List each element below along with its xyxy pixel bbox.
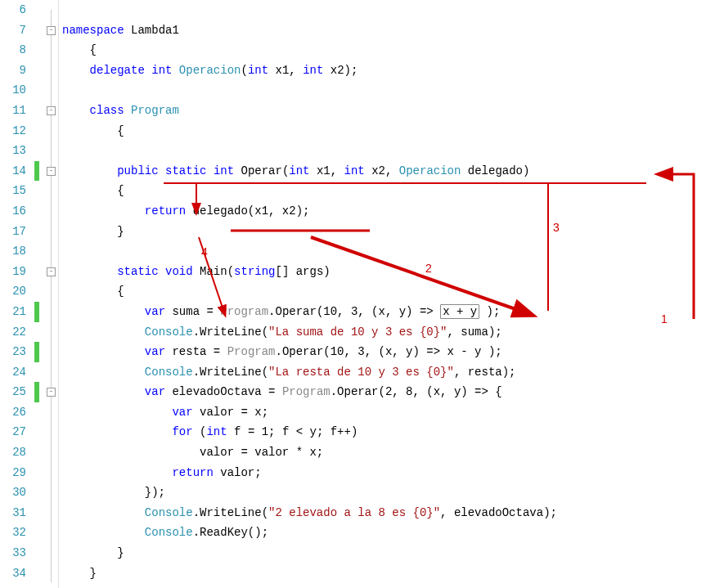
code-line[interactable]: var valor = x; <box>62 402 706 423</box>
code-line[interactable] <box>62 0 706 20</box>
code-line[interactable]: var suma = Program.Operar(10, 3, (x, y) … <box>62 302 706 322</box>
code-token <box>159 164 165 177</box>
code-token: Operar( <box>234 164 289 177</box>
line-number: 29 <box>0 463 26 483</box>
code-token: Program <box>282 385 331 398</box>
code-line[interactable]: Console.WriteLine("La suma de 10 y 3 es … <box>62 322 706 343</box>
code-token: x2); <box>323 64 357 77</box>
code-line[interactable]: var resta = Program.Operar(10, 3, (x, y)… <box>62 342 706 362</box>
code-token <box>62 425 172 438</box>
line-number: 24 <box>0 362 26 383</box>
code-token: suma = <box>165 305 220 318</box>
code-line[interactable]: return delegado(x1, x2); <box>62 201 706 222</box>
code-token <box>172 64 178 77</box>
code-line[interactable]: } <box>62 222 706 242</box>
code-line[interactable]: for (int f = 1; f < y; f++) <box>62 422 706 442</box>
code-token: public <box>117 164 158 177</box>
code-token: resta = <box>165 345 227 358</box>
fold-toggle[interactable]: - <box>47 167 56 176</box>
code-line[interactable]: } <box>62 563 706 584</box>
line-number: 26 <box>0 402 26 423</box>
code-token: return <box>145 204 186 218</box>
code-token: namespace <box>62 24 124 37</box>
code-line[interactable] <box>62 80 706 101</box>
code-line[interactable] <box>62 241 706 262</box>
code-token: .Operar(2, 8, (x, y) => { <box>331 385 502 398</box>
code-token: , elevadoOctava); <box>440 506 557 519</box>
code-line[interactable]: static void Main(string[] args) <box>62 262 706 282</box>
code-line[interactable]: delegate int Operacion(int x1, int x2); <box>62 61 706 81</box>
code-token: int <box>206 425 227 438</box>
code-token: int <box>289 164 309 177</box>
code-token <box>62 64 90 77</box>
code-line[interactable] <box>62 141 706 161</box>
line-number-gutter: 6789101112131415161718192021222324252627… <box>0 0 33 588</box>
line-number: 10 <box>0 80 26 101</box>
fold-toggle[interactable]: - <box>47 106 56 115</box>
code-token <box>62 104 90 117</box>
code-token: var <box>145 345 165 358</box>
line-number: 11 <box>0 101 26 121</box>
code-token: { <box>62 184 124 197</box>
change-mark <box>34 302 39 322</box>
fold-toggle[interactable]: - <box>47 388 56 397</box>
code-token: return <box>172 466 213 479</box>
line-number: 20 <box>0 281 26 302</box>
code-line[interactable]: public static int Operar(int x1, int x2,… <box>62 161 706 182</box>
annotation-label-4: 4 <box>201 245 208 258</box>
code-area[interactable]: namespace Lambda1 { delegate int Operaci… <box>59 0 706 588</box>
code-token: int <box>303 64 323 77</box>
code-token: .WriteLine( <box>193 366 268 379</box>
code-token: [] args) <box>276 265 331 278</box>
code-line[interactable]: { <box>62 121 706 141</box>
line-number: 28 <box>0 442 26 463</box>
code-line[interactable]: valor = valor * x; <box>62 442 706 463</box>
code-line[interactable]: { <box>62 281 706 302</box>
fold-toggle[interactable]: - <box>47 267 56 276</box>
code-line[interactable]: class Program <box>62 101 706 121</box>
code-line[interactable]: Console.WriteLine("La resta de 10 y 3 es… <box>62 362 706 383</box>
code-token: Operacion <box>399 164 461 177</box>
code-token <box>62 325 145 339</box>
code-line[interactable]: var elevadoOctava = Program.Operar(2, 8,… <box>62 382 706 402</box>
code-token: ( <box>241 64 247 77</box>
annotation-label-1: 1 <box>661 312 668 325</box>
line-number: 19 <box>0 262 26 282</box>
code-token: delegate <box>90 64 145 77</box>
code-line[interactable]: { <box>62 40 706 61</box>
code-token: } <box>62 567 97 580</box>
code-token: Main( <box>193 265 234 278</box>
code-line[interactable]: namespace Lambda1 <box>62 20 706 41</box>
code-line[interactable]: Console.ReadKey(); <box>62 523 706 543</box>
code-line[interactable]: Console.WriteLine("2 elevado a la 8 es {… <box>62 503 706 523</box>
code-token: static <box>117 265 158 278</box>
code-token: var <box>172 406 192 419</box>
line-number: 25 <box>0 382 26 402</box>
code-token <box>62 204 145 218</box>
code-token: int <box>248 64 268 77</box>
code-token: .ReadKey(); <box>193 526 268 539</box>
code-token <box>62 164 117 177</box>
code-token <box>159 265 165 278</box>
code-token: var <box>145 385 165 398</box>
code-token: }); <box>62 486 165 499</box>
code-line[interactable]: }); <box>62 483 706 503</box>
code-line[interactable]: } <box>62 543 706 563</box>
code-token: "La suma de 10 y 3 es {0}" <box>268 325 447 339</box>
fold-toggle[interactable]: - <box>47 26 56 35</box>
code-token <box>62 366 145 379</box>
line-number: 9 <box>0 61 26 81</box>
code-token: Operacion <box>179 64 241 77</box>
code-line[interactable]: return valor; <box>62 463 706 483</box>
code-line[interactable]: { <box>62 181 706 201</box>
code-token: var <box>145 305 165 318</box>
code-token: string <box>234 265 275 278</box>
code-token: x + y <box>440 304 479 319</box>
change-marks-column <box>33 0 44 588</box>
code-token: } <box>62 546 124 559</box>
code-token: Console <box>145 366 193 379</box>
line-number: 30 <box>0 483 26 503</box>
code-token: ( <box>193 425 207 438</box>
code-token <box>145 64 151 77</box>
line-number: 21 <box>0 302 26 322</box>
